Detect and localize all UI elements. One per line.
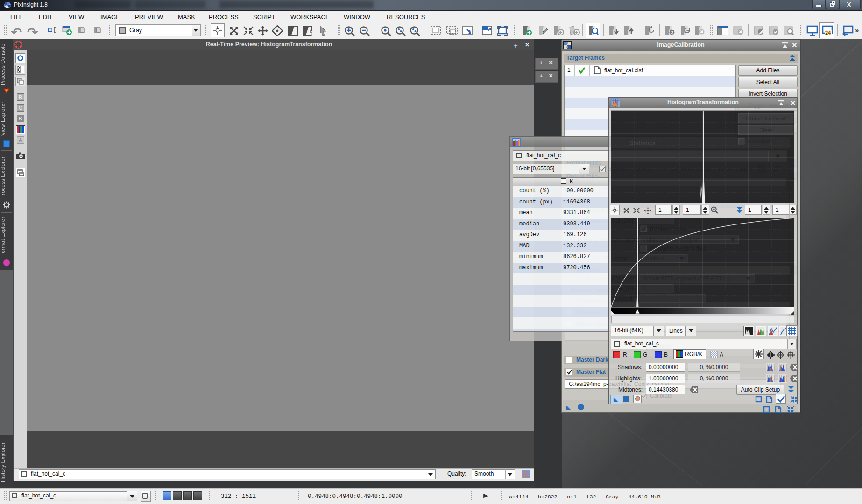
svg-text:0: 0 [643,285,646,292]
svg-text:stal mode:: stal mode: [611,275,637,282]
svg-text:Default FITS keyword (PEDESTAL: Default FITS keyword (PEDESTAL) [642,275,730,282]
svg-text:stal (DN):: stal (DN): [611,218,635,224]
svg-text:Evaluate noise: Evaluate noise [650,226,687,233]
svg-text:alue (DN):: alue (DN): [611,285,637,292]
svg-text:Multiresolution Support: Multiresolution Support [642,237,699,243]
svg-text:Remove Selected: Remove Selected [743,116,786,121]
svg-text:Statistics: Statistics [629,140,656,147]
svg-text:0: 0 [643,218,646,224]
svg-text:keyword:: keyword: [611,295,634,302]
svg-text:Clear: Clear [759,127,772,133]
svg-text:evaluation:: evaluation: [611,237,638,243]
svg-text:Overwrite existing files: Overwrite existing files [650,245,706,252]
svg-text:Continue: Continue [642,255,664,262]
svg-text:24: 24 [825,30,831,35]
svg-text:error:: error: [615,255,629,262]
